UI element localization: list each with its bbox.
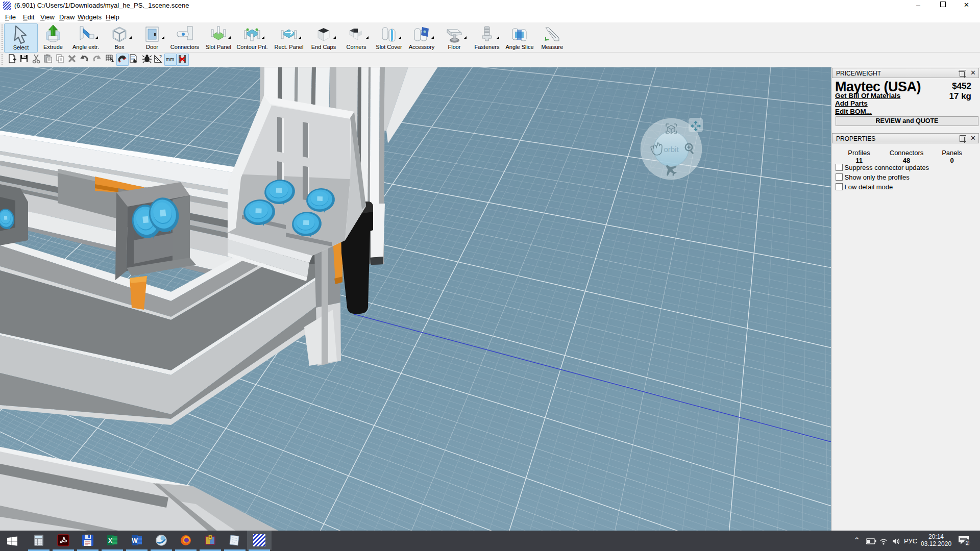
svg-text:W: W [132,537,138,544]
svg-text:?: ? [159,54,162,59]
svg-text:mm: mm [166,57,175,62]
svg-text:2: 2 [966,540,969,546]
svg-text:orbit: orbit [664,145,679,154]
svg-text:X: X [108,537,112,544]
